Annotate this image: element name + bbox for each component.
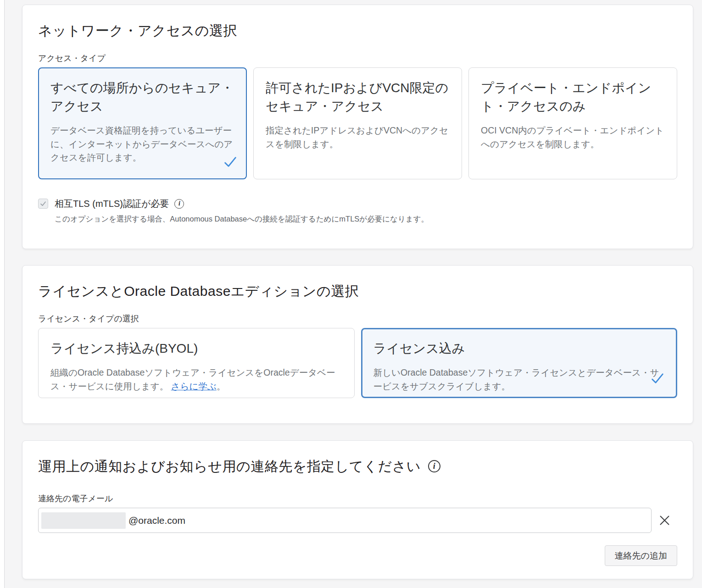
access-card-private-endpoint-only[interactable]: プライベート・エンドポイント・アクセスのみ OCI VCN内のプライベート・エン… bbox=[468, 67, 677, 179]
selected-check-icon bbox=[650, 371, 665, 386]
card-description: OCI VCN内のプライベート・エンドポイントへのアクセスを制限します。 bbox=[481, 124, 665, 151]
card-description: 指定されたIPアドレスおよびVCNへのアクセスを制限します。 bbox=[266, 124, 450, 151]
license-card-byol[interactable]: ライセンス持込み(BYOL) 組織のOracle Databaseソフトウェア・… bbox=[38, 328, 355, 398]
network-access-section: ネットワーク・アクセスの選択 アクセス・タイプ すべての場所からのセキュア・アク… bbox=[22, 5, 693, 249]
create-adb-form: ネットワーク・アクセスの選択 アクセス・タイプ すべての場所からのセキュア・アク… bbox=[22, 0, 693, 579]
redacted-email-local-part bbox=[41, 512, 126, 529]
contact-email-input[interactable]: @oracle.com bbox=[38, 508, 652, 533]
learn-more-link[interactable]: さらに学ぶ bbox=[171, 381, 217, 391]
license-type-label: ライセンス・タイプの選択 bbox=[38, 314, 677, 324]
card-description: 新しいOracle Databaseソフトウェア・ライセンスとデータベース・サー… bbox=[373, 366, 665, 393]
license-edition-section: ライセンスとOracle Databaseエディションの選択 ライセンス・タイプ… bbox=[22, 265, 693, 424]
contacts-info-icon[interactable]: i bbox=[428, 460, 440, 472]
selected-check-icon bbox=[223, 155, 238, 169]
mtls-label: 相互TLS (mTLS)認証が必要 bbox=[55, 198, 169, 210]
add-contact-button[interactable]: 連絡先の追加 bbox=[605, 545, 677, 566]
license-card-license-included[interactable]: ライセンス込み 新しいOracle Databaseソフトウェア・ライセンスとデ… bbox=[361, 328, 678, 398]
contacts-section: 運用上の通知およびお知らせ用の連絡先を指定してください i 連絡先の電子メール … bbox=[22, 440, 693, 579]
close-icon bbox=[658, 514, 671, 527]
card-title: プライベート・エンドポイント・アクセスのみ bbox=[481, 79, 665, 116]
contacts-title-text: 運用上の通知およびお知らせ用の連絡先を指定してください bbox=[38, 457, 421, 475]
mtls-info-icon[interactable]: i bbox=[174, 199, 184, 209]
contact-email-row: @oracle.com bbox=[38, 508, 677, 533]
access-type-card-row: すべての場所からのセキュア・アクセス データベース資格証明を持っているユーザーに… bbox=[38, 67, 677, 179]
card-title: ライセンス込み bbox=[373, 339, 665, 358]
contact-email-label: 連絡先の電子メール bbox=[38, 494, 677, 504]
contacts-actions-row: 連絡先の追加 bbox=[38, 545, 677, 566]
link-suffix: 。 bbox=[217, 381, 226, 391]
card-title: 許可されたIPおよびVCN限定のセキュア・アクセス bbox=[266, 79, 450, 116]
mtls-row: 相互TLS (mTLS)認証が必要 i このオプションを選択する場合、Auton… bbox=[38, 198, 677, 224]
checkbox-check-icon bbox=[40, 200, 46, 207]
access-type-label: アクセス・タイプ bbox=[38, 53, 677, 64]
email-domain-text: @oracle.com bbox=[128, 515, 185, 526]
network-section-title: ネットワーク・アクセスの選択 bbox=[38, 22, 677, 39]
mtls-checkbox[interactable] bbox=[38, 199, 48, 209]
card-title: すべての場所からのセキュア・アクセス bbox=[50, 79, 234, 116]
access-card-allowed-ips-vcns[interactable]: 許可されたIPおよびVCN限定のセキュア・アクセス 指定されたIPアドレスおよび… bbox=[253, 67, 462, 179]
remove-contact-button[interactable] bbox=[652, 508, 677, 533]
left-panel-edge bbox=[0, 0, 5, 588]
contacts-section-title: 運用上の通知およびお知らせ用の連絡先を指定してください i bbox=[38, 457, 677, 475]
access-card-secure-from-everywhere[interactable]: すべての場所からのセキュア・アクセス データベース資格証明を持っているユーザーに… bbox=[38, 67, 247, 179]
license-type-card-row: ライセンス持込み(BYOL) 組織のOracle Databaseソフトウェア・… bbox=[38, 328, 677, 398]
license-section-title: ライセンスとOracle Databaseエディションの選択 bbox=[38, 282, 677, 300]
card-description: データベース資格証明を持っているユーザーに、インターネットからデータベースへのア… bbox=[50, 124, 234, 165]
mtls-help-text: このオプションを選択する場合、Autonomous Databaseへの接続を認… bbox=[55, 214, 429, 224]
card-title: ライセンス持込み(BYOL) bbox=[50, 339, 342, 358]
mtls-text-block: 相互TLS (mTLS)認証が必要 i このオプションを選択する場合、Auton… bbox=[55, 198, 429, 224]
card-description: 組織のOracle Databaseソフトウェア・ライセンスをOracleデータ… bbox=[50, 366, 342, 393]
